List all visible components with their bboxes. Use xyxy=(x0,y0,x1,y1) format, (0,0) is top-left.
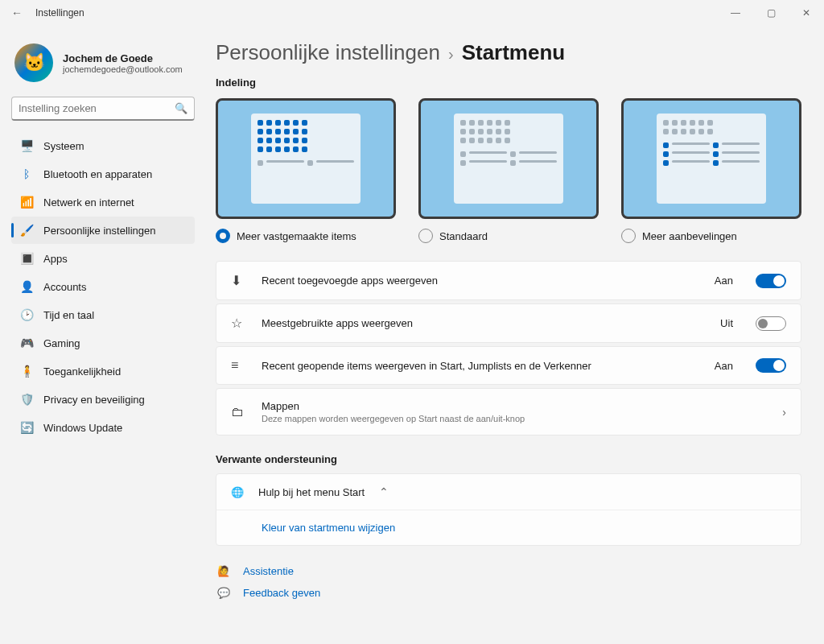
nav-label: Systeem xyxy=(43,140,84,152)
toggle-switch[interactable] xyxy=(756,316,786,331)
search-icon: 🔍 xyxy=(175,102,187,114)
nav-item-time[interactable]: 🕑Tijd en taal xyxy=(11,301,195,328)
minimize-button[interactable]: — xyxy=(718,0,753,26)
avatar: 🐱 xyxy=(14,43,53,82)
layout-option-more-recs[interactable]: Meer aanbevelingen xyxy=(621,98,801,243)
search-input[interactable] xyxy=(19,102,175,114)
setting-most-used[interactable]: ☆ Meestgebruikte apps weergeven Uit xyxy=(216,303,801,343)
nav-label: Toegankelijkheid xyxy=(43,365,121,378)
folder-icon: 🗀 xyxy=(231,405,247,419)
nav-item-bluetooth[interactable]: ᛒBluetooth en apparaten xyxy=(11,160,195,188)
chevron-right-icon: › xyxy=(448,45,454,64)
title-bar: ← Instellingen — ▢ ✕ xyxy=(0,0,824,26)
setting-recent-apps[interactable]: ⬇ Recent toegevoegde apps weergeven Aan xyxy=(216,261,801,300)
brush-icon: 🖌️ xyxy=(19,223,34,237)
nav-label: Accounts xyxy=(43,281,86,293)
nav-item-privacy[interactable]: 🛡️Privacy en beveiliging xyxy=(11,386,195,413)
setting-label: Recent toegevoegde apps weergeven xyxy=(262,275,700,287)
nav-item-update[interactable]: 🔄Windows Update xyxy=(11,414,195,441)
search-box[interactable]: 🔍 xyxy=(11,97,195,121)
wifi-icon: 📶 xyxy=(19,195,34,209)
nav-label: Persoonlijke instellingen xyxy=(43,225,155,237)
globe-icon: 🌐 xyxy=(231,486,244,498)
toggle-switch[interactable] xyxy=(756,274,786,288)
help-title: Hulp bij het menu Start xyxy=(258,486,365,498)
setting-desc: Deze mappen worden weergegeven op Start … xyxy=(262,414,768,423)
nav-item-gaming[interactable]: 🎮Gaming xyxy=(11,329,195,357)
section-heading-layout: Indeling xyxy=(216,76,801,89)
nav-label: Apps xyxy=(43,253,68,265)
sidebar: 🐱 Jochem de Goede jochemdegoede@outlook.… xyxy=(0,26,201,644)
accessibility-icon: 🧍 xyxy=(19,364,34,378)
main-content: Persoonlijke instellingen › Startmenu In… xyxy=(201,26,824,644)
toggle-state: Uit xyxy=(720,317,733,329)
nav-item-system[interactable]: 🖥️Systeem xyxy=(11,132,195,159)
chevron-right-icon: › xyxy=(782,406,786,419)
nav-item-accessibility[interactable]: 🧍Toegankelijkheid xyxy=(11,357,195,385)
gaming-icon: 🎮 xyxy=(19,336,34,350)
nav-label: Windows Update xyxy=(43,422,122,434)
nav-label: Netwerk en internet xyxy=(43,196,134,208)
close-button[interactable]: ✕ xyxy=(789,0,824,26)
nav-label: Tijd en taal xyxy=(43,309,94,321)
toggle-state: Aan xyxy=(715,275,733,287)
layout-option-label: Standaard xyxy=(439,230,488,242)
layout-option-label: Meer aanbevelingen xyxy=(642,230,737,242)
link-feedback[interactable]: 💬Feedback geven xyxy=(216,582,801,604)
layout-preview xyxy=(621,98,801,219)
radio-icon[interactable] xyxy=(621,229,636,243)
toggle-state: Aan xyxy=(715,360,733,372)
nav-item-accounts[interactable]: 👤Accounts xyxy=(11,273,195,300)
footer-label: Assistentie xyxy=(243,565,294,577)
user-name: Jochem de Goede xyxy=(63,52,183,64)
help-header[interactable]: 🌐 Hulp bij het menu Start ⌃ xyxy=(216,474,801,510)
breadcrumb: Persoonlijke instellingen › Startmenu xyxy=(216,40,801,65)
layout-options: Meer vastgemaakte items Standaard xyxy=(216,98,801,243)
layout-preview xyxy=(418,98,599,219)
layout-option-more-pinned[interactable]: Meer vastgemaakte items xyxy=(216,98,396,243)
profile-block[interactable]: 🐱 Jochem de Goede jochemdegoede@outlook.… xyxy=(11,26,195,97)
user-email: jochemdegoede@outlook.com xyxy=(63,64,183,74)
help-link-color[interactable]: Kleur van startmenu wijzigen xyxy=(262,522,395,534)
radio-icon[interactable] xyxy=(418,229,433,243)
nav-label: Bluetooth en apparaten xyxy=(43,168,152,180)
layout-option-default[interactable]: Standaard xyxy=(418,98,599,243)
shield-icon: 🛡️ xyxy=(19,392,34,407)
window-title: Instellingen xyxy=(35,7,718,19)
breadcrumb-parent[interactable]: Persoonlijke instellingen xyxy=(216,40,440,65)
system-icon: 🖥️ xyxy=(19,138,34,153)
clock-icon: 🕑 xyxy=(19,308,34,322)
help-body: Kleur van startmenu wijzigen xyxy=(216,510,801,545)
radio-selected-icon[interactable] xyxy=(216,229,230,243)
apps-icon: 🔳 xyxy=(19,251,34,266)
back-button[interactable]: ← xyxy=(11,6,27,19)
nav-list: 🖥️Systeem ᛒBluetooth en apparaten 📶Netwe… xyxy=(11,132,195,441)
toggle-switch[interactable] xyxy=(756,358,786,373)
setting-folders[interactable]: 🗀 Mappen Deze mappen worden weergegeven … xyxy=(216,388,801,436)
footer-label: Feedback geven xyxy=(243,587,320,599)
link-assistance[interactable]: 🙋Assistentie xyxy=(216,560,801,582)
nav-label: Privacy en beveiliging xyxy=(43,394,145,406)
layout-option-label: Meer vastgemaakte items xyxy=(237,230,356,242)
update-icon: 🔄 xyxy=(19,420,34,435)
nav-item-network[interactable]: 📶Netwerk en internet xyxy=(11,188,195,216)
feedback-icon: 💬 xyxy=(217,587,232,599)
nav-item-apps[interactable]: 🔳Apps xyxy=(11,245,195,272)
bluetooth-icon: ᛒ xyxy=(19,167,34,181)
help-card: 🌐 Hulp bij het menu Start ⌃ Kleur van st… xyxy=(216,473,801,546)
nav-item-personalization[interactable]: 🖌️Persoonlijke instellingen xyxy=(11,217,195,244)
help-icon: 🙋 xyxy=(217,565,232,577)
setting-title: Mappen xyxy=(262,400,768,412)
setting-label: Meestgebruikte apps weergeven xyxy=(262,317,706,329)
layout-preview xyxy=(216,98,396,219)
person-icon: 👤 xyxy=(19,279,34,294)
breadcrumb-current: Startmenu xyxy=(462,40,566,65)
download-icon: ⬇ xyxy=(231,273,247,288)
nav-label: Gaming xyxy=(43,337,80,349)
setting-recent-items[interactable]: ≡ Recent geopende items weergeven in Sta… xyxy=(216,346,801,385)
footer-links: 🙋Assistentie 💬Feedback geven xyxy=(216,560,801,620)
list-icon: ≡ xyxy=(231,358,247,373)
maximize-button[interactable]: ▢ xyxy=(753,0,789,26)
chevron-up-icon: ⌃ xyxy=(379,485,389,498)
star-icon: ☆ xyxy=(231,316,247,331)
